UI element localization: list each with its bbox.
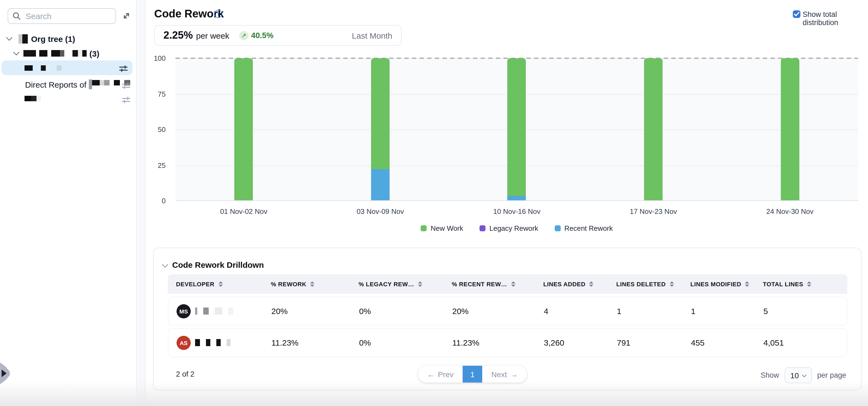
redacted-name-block — [89, 79, 92, 89]
search-icon — [12, 12, 21, 20]
chart-plot — [176, 58, 858, 201]
bar-segment-recent-rework[interactable] — [507, 196, 526, 200]
column-header-label: Developer — [176, 281, 214, 287]
sort-icon[interactable] — [511, 281, 515, 287]
expand-sidebar-icon[interactable] — [122, 11, 131, 21]
prev-page-button[interactable]: ← Prev — [418, 366, 463, 382]
rework-stat-card: 2.25% per week ↗ 40.5% Last Month — [154, 25, 402, 46]
redacted-name-block — [36, 96, 41, 101]
stacked-bar[interactable] — [644, 58, 662, 200]
info-icon[interactable]: i — [214, 10, 222, 18]
stacked-bar[interactable] — [507, 58, 526, 200]
chevron-down-icon[interactable] — [6, 35, 12, 41]
table-cell: 0% — [359, 306, 452, 316]
redacted-name-block — [51, 50, 60, 57]
legend-label: Recent Rework — [564, 224, 613, 232]
redacted-name-block — [203, 307, 209, 314]
redacted-name-block — [72, 50, 78, 57]
page-size-select[interactable]: 10 — [784, 367, 812, 383]
tree-row-selected[interactable] — [2, 60, 132, 75]
search-input[interactable] — [25, 11, 111, 21]
legend-item[interactable]: Recent Rework — [554, 224, 613, 232]
org-sidebar: Org tree (1) (3) Direct Reports of — [0, 0, 137, 406]
show-total-distribution-checkbox[interactable] — [793, 10, 800, 18]
bar-segment-new-work[interactable] — [235, 58, 253, 200]
stacked-bar[interactable] — [235, 58, 253, 200]
column-header[interactable]: % Recent Rew… — [452, 281, 543, 287]
table-cell: 20% — [271, 306, 359, 316]
per-page-label: per page — [817, 371, 846, 379]
legend-swatch — [421, 225, 427, 231]
chart-bars — [176, 58, 858, 200]
column-header[interactable]: Lines Added — [543, 281, 616, 287]
legend-label: Legacy Rework — [489, 224, 538, 232]
stacked-bar[interactable] — [780, 58, 799, 200]
sort-icon[interactable] — [745, 281, 749, 287]
legend-item[interactable]: New Work — [421, 224, 463, 232]
filter-sliders-icon[interactable] — [122, 81, 130, 89]
chart-y-axis: 0255075100 — [152, 58, 171, 201]
column-header[interactable]: Total Lines — [763, 281, 839, 287]
bar-segment-new-work[interactable] — [644, 58, 662, 200]
table-cell: 5 — [764, 306, 839, 316]
sort-icon[interactable] — [310, 281, 315, 287]
legend-item[interactable]: Legacy Rework — [479, 224, 538, 232]
tree-row-member[interactable] — [25, 94, 41, 103]
redacted-name-block — [57, 65, 62, 71]
filter-sliders-icon[interactable] — [122, 96, 130, 103]
column-header-label: % Legacy Rew… — [359, 281, 414, 287]
next-page-button[interactable]: Next → — [482, 366, 527, 382]
sidebar-collapse-handle[interactable] — [0, 363, 10, 384]
sort-icon[interactable] — [670, 281, 674, 287]
bar-segment-new-work[interactable] — [507, 58, 526, 196]
bar-slot — [176, 58, 312, 200]
tree-row-direct-reports[interactable]: Direct Reports of — [25, 78, 132, 90]
redacted-name-block — [216, 339, 221, 346]
filter-sliders-icon[interactable] — [119, 64, 127, 71]
sort-icon[interactable] — [418, 281, 422, 287]
bar-segment-recent-rework[interactable] — [371, 169, 390, 200]
redacted-name-block — [195, 339, 200, 346]
bar-segment-new-work[interactable] — [371, 58, 390, 169]
drilldown-table: Developer% Rework% Legacy Rew…% Recent R… — [168, 274, 847, 357]
chevron-down-icon[interactable] — [13, 49, 20, 56]
bar-slot — [722, 58, 858, 200]
redacted-name-block — [39, 50, 48, 57]
chart-legend: New WorkLegacy ReworkRecent Rework — [176, 224, 858, 232]
sort-icon[interactable] — [807, 281, 811, 287]
sort-icon[interactable] — [589, 281, 594, 287]
chevron-down-icon[interactable] — [162, 261, 168, 268]
sort-icon[interactable] — [218, 281, 223, 287]
redacted-name-block — [215, 307, 222, 314]
search-box[interactable] — [8, 8, 116, 24]
redacted-name-block — [60, 50, 64, 57]
column-header[interactable]: % Rework — [271, 281, 359, 287]
column-header[interactable]: % Legacy Rew… — [359, 281, 452, 287]
drilldown-header[interactable]: Code Rework Drilldown — [163, 260, 264, 269]
redacted-name-block — [82, 50, 87, 57]
bar-segment-new-work[interactable] — [780, 58, 799, 200]
tree-row-group[interactable]: (3) — [14, 47, 99, 59]
table-row[interactable]: AS11.23%0%11.23%3,2607914554,051 — [168, 328, 847, 357]
table-cell: 1 — [617, 306, 691, 316]
bar-slot — [312, 58, 448, 200]
arrow-right-icon: → — [510, 370, 518, 378]
column-header[interactable]: Developer — [176, 281, 271, 287]
x-tick-label: 10 Nov-16 Nov — [448, 207, 585, 215]
current-page-button[interactable]: 1 — [463, 366, 482, 382]
redacted-name-block — [206, 339, 210, 346]
next-label: Next — [491, 370, 507, 378]
table-row[interactable]: MS20%0%20%4115 — [168, 297, 847, 326]
redacted-name-block — [25, 96, 31, 101]
redacted-name-block — [24, 50, 36, 57]
arrow-left-icon: ← — [427, 370, 435, 378]
legend-swatch — [554, 225, 560, 231]
period-label: Last Month — [352, 31, 392, 40]
table-body: MS20%0%20%4115AS11.23%0%11.23%3,26079145… — [168, 297, 847, 357]
stacked-bar[interactable] — [371, 58, 390, 200]
column-header[interactable]: Lines Modified — [690, 281, 763, 287]
column-header[interactable]: Lines Deleted — [616, 281, 690, 287]
column-header-label: Total Lines — [763, 281, 803, 287]
redacted-org-icon — [19, 34, 28, 43]
tree-row-org[interactable]: Org tree (1) — [7, 33, 75, 45]
